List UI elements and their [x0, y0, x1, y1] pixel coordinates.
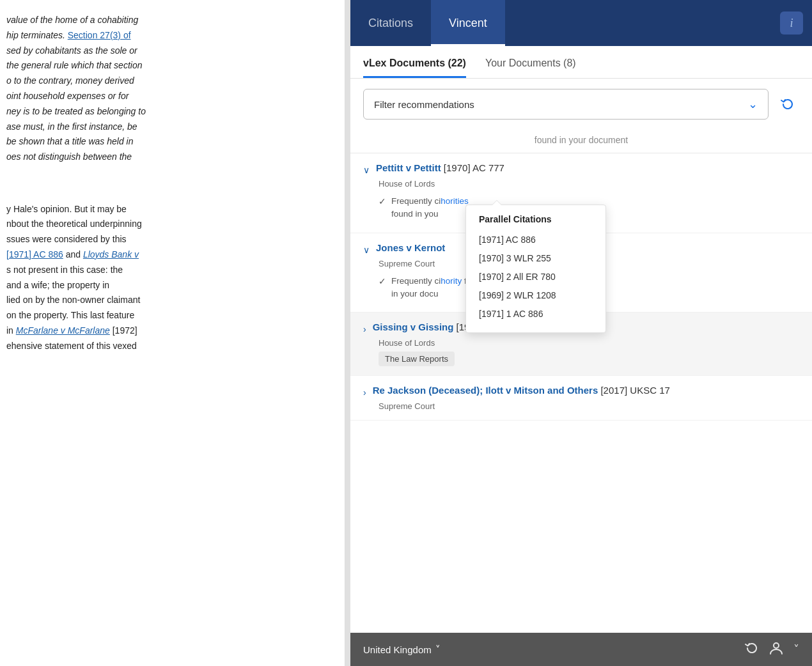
document-text: value of the home of a cohabitinghip ter… [6, 13, 332, 354]
refresh-bottom-icon[interactable] [745, 641, 759, 658]
jones-title[interactable]: Jones v Kernot [376, 242, 445, 253]
authorities-link[interactable]: horities [441, 196, 469, 206]
expand-pettitt-button[interactable]: ∨ [363, 164, 370, 176]
authority-link-jones[interactable]: hority [441, 276, 462, 286]
parallel-item-2: [1970] 2 All ER 780 [479, 268, 593, 286]
parallel-item-1: [1970] 3 WLR 255 [479, 249, 593, 268]
jackson-ref: [2017] UKSC 17 [600, 385, 669, 396]
bottom-bar: United Kingdom ˅ ˅ [350, 633, 812, 666]
case-link-lloyds[interactable]: Lloyds Bank v [83, 249, 139, 259]
info-button[interactable]: i [780, 12, 803, 35]
citation-list[interactable]: ∨ Pettitt v Pettitt [1970] AC 777 House … [350, 153, 812, 633]
chevron-down-bottom-icon[interactable]: ˅ [793, 642, 799, 656]
check-icon: ✓ [379, 196, 386, 208]
citation-pettitt: ∨ Pettitt v Pettitt [1970] AC 777 House … [350, 153, 812, 233]
refresh-button[interactable] [776, 93, 799, 116]
case-link-mcfarlane[interactable]: McFarlane v McFarlane [16, 325, 110, 336]
parallel-citations-tooltip: Parallel Citations [1971] AC 886 [1970] … [465, 205, 606, 333]
expand-jackson-button[interactable]: › [363, 386, 366, 399]
country-selector[interactable]: United Kingdom ˅ [363, 644, 441, 655]
user-icon[interactable] [769, 641, 783, 658]
found-label: found in your document [350, 130, 812, 153]
pettitt-title[interactable]: Pettitt v Pettitt [1970] AC 777 [376, 162, 504, 173]
pettitt-court: House of Lords [363, 179, 799, 189]
parallel-item-0: [1971] AC 886 [479, 231, 593, 249]
citation-jackson-header: › Re Jackson (Deceased); Ilott v Mitson … [363, 385, 799, 399]
country-chevron-icon: ˅ [435, 644, 441, 655]
jackson-court: Supreme Court [363, 401, 799, 411]
svg-point-0 [774, 643, 779, 648]
citations-panel: Citations Vincent i vLex Documents (22) … [350, 0, 812, 666]
text-block-2: y Hale's opinion. But it may be nbout th… [6, 202, 332, 354]
tab-your-documents[interactable]: Your Documents (8) [485, 46, 576, 78]
case-link-1971[interactable]: [1971] AC 886 [6, 249, 63, 259]
document-text-panel: value of the home of a cohabitinghip ter… [0, 0, 345, 666]
parallel-item-4: [1971] 1 AC 886 [479, 305, 593, 323]
chevron-down-icon: ⌄ [748, 97, 758, 111]
expand-jones-button[interactable]: ∨ [363, 244, 370, 256]
panel-divider [345, 0, 350, 666]
pettitt-case-name: Pettitt v Pettitt [376, 162, 444, 173]
pettitt-ref: [1970] AC 777 [444, 162, 504, 173]
citation-pettitt-header: ∨ Pettitt v Pettitt [1970] AC 777 [363, 162, 799, 176]
parallel-title: Parallel Citations [479, 214, 593, 224]
country-label: United Kingdom [363, 644, 432, 655]
parallel-item-3: [1969] 2 WLR 1208 [479, 286, 593, 305]
text-block-1: value of the home of a cohabitinghip ter… [6, 13, 332, 165]
tab-header: Citations Vincent i [350, 0, 812, 46]
filter-dropdown[interactable]: Filter recommendations ⌄ [363, 89, 769, 120]
gissing-court: House of Lords [363, 338, 799, 348]
jones-case-name: Jones v Kernot [376, 242, 445, 253]
filter-row: Filter recommendations ⌄ [350, 79, 812, 130]
jackson-title[interactable]: Re Jackson (Deceased); Ilott v Mitson an… [373, 385, 670, 396]
gissing-case-name: Gissing v Gissing [373, 321, 457, 332]
document-tabs: vLex Documents (22) Your Documents (8) [350, 46, 812, 79]
expand-gissing-button[interactable]: › [363, 323, 366, 336]
tab-citations[interactable]: Citations [350, 0, 431, 46]
refresh-icon [781, 97, 795, 111]
filter-label: Filter recommendations [374, 99, 748, 110]
tab-vincent[interactable]: Vincent [431, 0, 505, 46]
check-icon-jones: ✓ [379, 275, 386, 288]
law-reports-badge: The Law Reports [379, 352, 455, 366]
section-link-1[interactable]: Section 27(3) of [68, 30, 131, 40]
citation-jackson: › Re Jackson (Deceased); Ilott v Mitson … [350, 376, 812, 421]
bottom-icons: ˅ [745, 641, 799, 658]
jackson-case-name: Re Jackson (Deceased); Ilott v Mitson an… [373, 385, 601, 396]
tab-vlex-documents[interactable]: vLex Documents (22) [363, 46, 466, 78]
